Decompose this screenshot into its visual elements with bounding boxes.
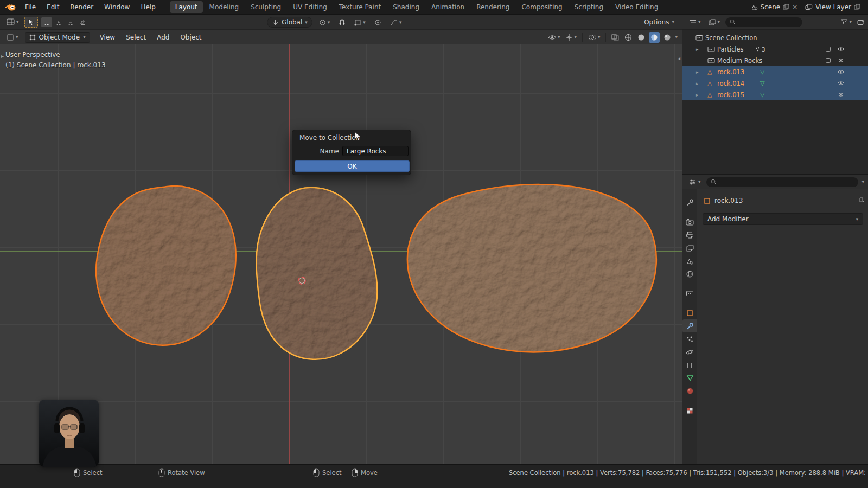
workspace-tab-animation[interactable]: Animation <box>426 1 470 13</box>
tab-scene-icon[interactable] <box>682 254 697 267</box>
outliner-row-rock-013[interactable]: ▸ △ rock.013 ▽ <box>682 66 868 78</box>
disclosure-icon[interactable]: ▸ <box>696 81 699 86</box>
workspace-tab-modeling[interactable]: Modeling <box>204 1 245 13</box>
disclosure-icon[interactable]: ▸ <box>696 92 699 98</box>
tab-collection-icon[interactable] <box>682 287 697 300</box>
workspace-tab-sculpting[interactable]: Sculpting <box>245 1 286 13</box>
editor-type-button[interactable]: ▾ <box>4 17 21 27</box>
pivot-point-dropdown[interactable]: ▾ <box>317 18 333 27</box>
tab-tool-icon[interactable] <box>682 196 697 209</box>
ok-button[interactable]: OK <box>295 160 410 172</box>
outliner-row-rock-014[interactable]: ▸ △ rock.014 ▽ <box>682 78 868 89</box>
workspace-tab-scripting[interactable]: Scripting <box>569 1 609 13</box>
editor-type-selector[interactable]: ▾ <box>4 33 21 42</box>
menu-render[interactable]: Render <box>65 2 99 12</box>
gizmos-dropdown[interactable]: ▾ <box>564 33 578 42</box>
workspace-tab-uv-editing[interactable]: UV Editing <box>288 1 333 13</box>
snap-toggle-button[interactable] <box>336 18 348 27</box>
disclosure-icon[interactable]: ▸ <box>696 69 699 75</box>
shading-material-preview-button[interactable] <box>649 32 660 43</box>
outliner-search[interactable] <box>725 17 802 27</box>
outliner-row-scene-collection[interactable]: Scene Collection <box>682 32 868 43</box>
select-mode-subtract-icon[interactable] <box>65 17 76 27</box>
properties-editor-type-button[interactable]: ▾ <box>687 178 703 187</box>
filter-dropdown[interactable]: ▾ <box>839 18 854 26</box>
workspace-tab-rendering[interactable]: Rendering <box>471 1 515 13</box>
shading-solid-button[interactable] <box>636 32 647 43</box>
object-visibility-dropdown[interactable]: ▾ <box>546 34 562 41</box>
workspace-tab-texture-paint[interactable]: Texture Paint <box>334 1 386 13</box>
viewport-3d[interactable]: ▸ ◂ User Perspective (1) Scene Collectio… <box>0 44 682 464</box>
select-mode-extend-icon[interactable] <box>53 17 64 27</box>
overlays-dropdown[interactable]: ▾ <box>586 33 602 42</box>
tab-object-icon[interactable] <box>682 306 697 319</box>
eye-icon[interactable] <box>837 58 845 63</box>
workspace-tab-shading[interactable]: Shading <box>387 1 425 13</box>
rock-mesh-middle[interactable] <box>256 188 377 359</box>
proportional-falloff-dropdown[interactable]: ▾ <box>388 18 404 27</box>
shading-rendered-button[interactable] <box>662 32 673 43</box>
mesh-data-icon[interactable]: ▽ <box>760 91 764 98</box>
sidebar-toggle-arrow[interactable]: ◂ <box>678 55 680 61</box>
menu-select[interactable]: Select <box>122 32 150 43</box>
tab-material-icon[interactable] <box>682 384 697 397</box>
menu-edit[interactable]: Edit <box>41 2 65 12</box>
new-scene-icon[interactable] <box>783 4 789 10</box>
mesh-data-icon[interactable]: ▽ <box>760 68 764 75</box>
eye-icon[interactable] <box>837 81 845 86</box>
rock-mesh-left[interactable] <box>96 186 236 345</box>
properties-search[interactable] <box>706 177 859 187</box>
eye-icon[interactable] <box>837 69 845 74</box>
outliner-row-rock-015[interactable]: ▸ △ rock.015 ▽ <box>682 89 868 100</box>
proportional-editing-button[interactable] <box>372 18 384 27</box>
blender-logo-icon[interactable] <box>4 3 16 11</box>
outliner-editor-type-button[interactable]: ▾ <box>687 18 703 27</box>
view-layer-selector[interactable]: View Layer <box>802 2 864 12</box>
tab-render-icon[interactable] <box>682 215 697 228</box>
menu-object[interactable]: Object <box>176 32 206 43</box>
mesh-data-icon[interactable]: ▽ <box>760 80 764 87</box>
new-collection-button[interactable] <box>857 19 864 25</box>
tab-physics-icon[interactable] <box>682 345 697 358</box>
disclosure-icon[interactable]: ▸ <box>696 47 699 52</box>
toolbar-expand-arrow[interactable]: ▸ <box>1 53 4 59</box>
tab-object-data-icon[interactable] <box>682 371 697 384</box>
outliner-row-medium-rocks[interactable]: Medium Rocks <box>682 55 868 66</box>
menu-view[interactable]: View <box>95 32 119 43</box>
properties-options-chevron-icon[interactable]: ▾ <box>861 179 864 184</box>
select-mode-new-icon[interactable] <box>41 17 52 27</box>
exclude-checkbox[interactable] <box>826 47 831 52</box>
mode-dropdown[interactable]: Object Mode ▾ <box>25 32 90 43</box>
select-mode-intersect-icon[interactable] <box>77 17 88 27</box>
scene-selector[interactable]: Scene × <box>747 2 801 12</box>
transform-orientation-dropdown[interactable]: Global ▾ <box>267 17 312 28</box>
tab-constraints-icon[interactable] <box>682 358 697 371</box>
new-view-layer-icon[interactable] <box>854 4 860 10</box>
menu-window[interactable]: Window <box>99 2 135 12</box>
eye-icon[interactable] <box>837 92 845 97</box>
exclude-checkbox[interactable] <box>826 58 831 63</box>
snap-settings-dropdown[interactable]: ▾ <box>352 18 368 27</box>
collection-name-input[interactable] <box>342 146 409 156</box>
pin-icon[interactable] <box>858 197 864 204</box>
shading-options-chevron-icon[interactable]: ▾ <box>675 35 678 40</box>
tab-texture-icon[interactable] <box>682 404 697 417</box>
tab-modifiers-icon[interactable] <box>682 319 697 332</box>
menu-help[interactable]: Help <box>135 2 161 12</box>
workspace-tab-layout[interactable]: Layout <box>170 1 203 13</box>
options-dropdown[interactable]: Options ▾ <box>641 17 678 27</box>
xray-toggle[interactable] <box>610 32 621 43</box>
unlink-scene-icon[interactable]: × <box>792 4 797 10</box>
menu-file[interactable]: File <box>20 2 41 12</box>
shading-wireframe-button[interactable] <box>623 32 634 43</box>
tab-world-icon[interactable] <box>682 267 697 280</box>
menu-add[interactable]: Add <box>152 32 174 43</box>
tab-view-layer-icon[interactable] <box>682 241 697 254</box>
workspace-tab-compositing[interactable]: Compositing <box>516 1 567 13</box>
active-tool-select-box[interactable] <box>24 17 38 28</box>
eye-icon[interactable] <box>837 47 845 52</box>
workspace-tab-video-editing[interactable]: Video Editing <box>610 1 663 13</box>
outliner-display-mode-button[interactable]: ▾ <box>706 18 723 27</box>
outliner-row-particles[interactable]: ▸ Particles 3 <box>682 43 868 55</box>
tab-particles-icon[interactable] <box>682 332 697 345</box>
